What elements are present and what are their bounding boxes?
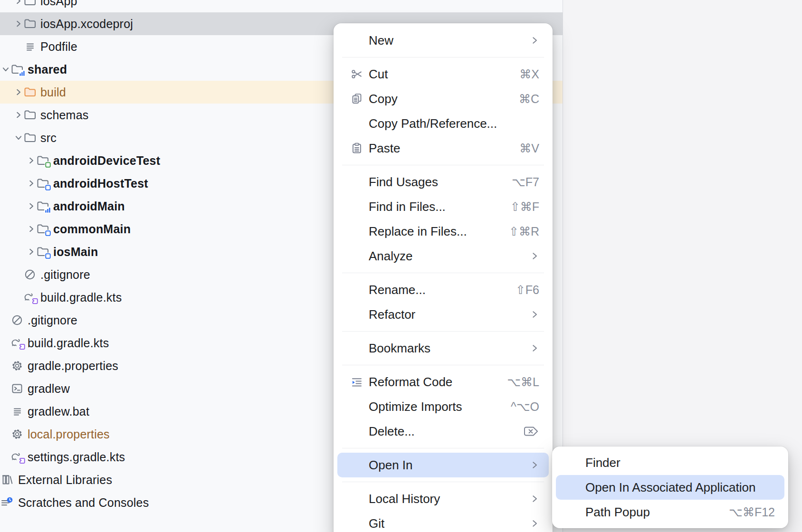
clipboard-icon	[350, 141, 369, 155]
menu-item-git[interactable]: Git	[334, 511, 553, 532]
menu-item-shortcut: ⌘V	[519, 142, 539, 155]
menu-item-copy-path-reference[interactable]: Copy Path/Reference...	[334, 111, 553, 136]
chevron-spacer	[1, 377, 10, 400]
menu-item-delete[interactable]: Delete...	[334, 419, 553, 444]
tree-item-label: .gitignore	[40, 268, 90, 282]
tree-item-label: External Libraries	[18, 473, 112, 487]
menu-item-bookmarks[interactable]: Bookmarks	[334, 336, 553, 361]
text-file-icon	[10, 405, 24, 418]
menu-item-analyze[interactable]: Analyze	[334, 244, 553, 268]
menu-item-shortcut: ⌥⌘L	[507, 375, 539, 389]
menu-item-cut[interactable]: Cut⌘X	[334, 62, 553, 86]
libraries-icon	[1, 473, 14, 486]
menu-item-label: Analyze	[369, 249, 413, 264]
menu-item-shortcut: ⇧⌘R	[509, 225, 539, 238]
chevron-right-icon[interactable]	[27, 195, 36, 218]
submenu-chevron-icon	[530, 251, 539, 261]
submenu-chevron-icon	[530, 310, 539, 319]
menu-item-paste[interactable]: Paste⌘V	[334, 136, 553, 161]
menu-item-label: Reformat Code	[369, 375, 452, 390]
chevron-right-icon[interactable]	[27, 149, 36, 172]
menu-item-shortcut: ⇧F6	[516, 283, 539, 297]
context-menu: NewCut⌘XCopy⌘CCopy Path/Reference...Past…	[334, 23, 553, 532]
menu-separator	[342, 482, 544, 482]
chevron-right-icon[interactable]	[14, 104, 23, 126]
text-file-icon	[23, 40, 37, 53]
menu-item-local-history[interactable]: Local History	[334, 486, 553, 511]
folder-icon	[23, 17, 37, 30]
menu-item-new[interactable]: New	[334, 28, 553, 53]
tree-item-label: iosMain	[53, 245, 98, 259]
gear-icon	[10, 359, 24, 372]
menu-item-find-in-files[interactable]: Find in Files...⇧⌘F	[334, 194, 553, 219]
gradle-kts-icon	[23, 291, 37, 304]
menu-item-shortcut: ⌘C	[519, 92, 539, 106]
chevron-spacer	[1, 446, 10, 468]
menu-item-replace-in-files[interactable]: Replace in Files...⇧⌘R	[334, 219, 553, 244]
chevron-right-icon[interactable]	[14, 12, 23, 35]
menu-item-shortcut: ⇧⌘F	[510, 200, 539, 214]
ignored-icon	[23, 268, 37, 281]
menu-item-label: Git	[369, 516, 384, 531]
folder-excluded-icon	[23, 86, 37, 99]
menu-item-open-in-associated-application[interactable]: Open In Associated Application	[556, 475, 784, 500]
menu-item-label: Finder	[585, 456, 621, 470]
menu-item-label: Bookmarks	[369, 341, 430, 356]
chevron-down-icon[interactable]	[1, 58, 10, 81]
submenu-chevron-icon	[530, 36, 539, 45]
scissors-icon	[350, 67, 369, 81]
menu-item-rename[interactable]: Rename...⇧F6	[334, 277, 553, 302]
menu-item-shortcut: ^⌥O	[511, 400, 539, 414]
tree-item-label: androidDeviceTest	[53, 154, 160, 168]
menu-item-label: Find in Files...	[369, 200, 446, 214]
chevron-spacer	[14, 35, 23, 58]
menu-item-path-popup[interactable]: Path Popup⌥⌘F12	[552, 500, 788, 524]
menu-item-optimize-imports[interactable]: Optimize Imports^⌥O	[334, 394, 553, 419]
folder-source-icon	[36, 245, 49, 258]
chevron-right-icon[interactable]	[27, 218, 36, 240]
tree-item-label: androidMain	[53, 200, 125, 213]
menu-item-label: Paste	[369, 141, 401, 156]
menu-item-reformat-code[interactable]: Reformat Code⌥⌘L	[334, 370, 553, 394]
menu-item-refactor[interactable]: Refactor	[334, 302, 553, 327]
gradle-kts-icon	[10, 450, 24, 464]
menu-item-label: Refactor	[369, 307, 415, 322]
ignored-icon	[10, 314, 24, 327]
chevron-right-icon[interactable]	[27, 172, 36, 195]
menu-item-label: Local History	[369, 492, 440, 506]
tree-item-label: src	[40, 131, 57, 145]
folder-module-icon	[36, 200, 49, 213]
menu-item-copy[interactable]: Copy⌘C	[334, 86, 553, 111]
menu-item-shortcut: ⌥F7	[512, 175, 539, 189]
chevron-down-icon[interactable]	[14, 126, 23, 149]
chevron-spacer	[1, 309, 10, 332]
tree-item-label: .gitignore	[28, 314, 77, 327]
chevron-spacer	[14, 263, 23, 286]
submenu-chevron-icon	[530, 494, 539, 504]
tree-item-label: gradle.properties	[28, 359, 118, 373]
tree-item-label: iosApp.xcodeproj	[40, 17, 133, 31]
chevron-right-icon[interactable]	[27, 240, 36, 263]
folder-icon	[23, 131, 37, 144]
tree-item-iosapp[interactable]: iosApp	[0, 0, 563, 12]
menu-item-open-in[interactable]: Open In	[337, 453, 549, 477]
chevron-right-icon[interactable]	[14, 0, 23, 12]
folder-test-icon	[36, 154, 49, 167]
tree-item-label: build	[40, 86, 66, 99]
menu-item-find-usages[interactable]: Find Usages⌥F7	[334, 170, 553, 194]
menu-item-finder[interactable]: Finder	[552, 450, 788, 475]
chevron-right-icon[interactable]	[14, 81, 23, 104]
chevron-spacer	[1, 400, 10, 423]
submenu-chevron-icon	[530, 519, 539, 528]
copy-icon	[350, 92, 369, 106]
folder-source-icon	[36, 177, 49, 190]
chevron-spacer	[14, 286, 23, 309]
gear-icon	[10, 428, 24, 441]
gradle-kts-icon	[10, 336, 24, 350]
tree-item-label: settings.gradle.kts	[28, 450, 125, 464]
menu-item-label: Open In	[369, 458, 413, 473]
tree-item-label: gradlew	[28, 382, 70, 396]
folder-icon	[23, 0, 37, 8]
tree-item-label: commonMain	[53, 222, 131, 236]
menu-item-label: Cut	[369, 67, 388, 82]
